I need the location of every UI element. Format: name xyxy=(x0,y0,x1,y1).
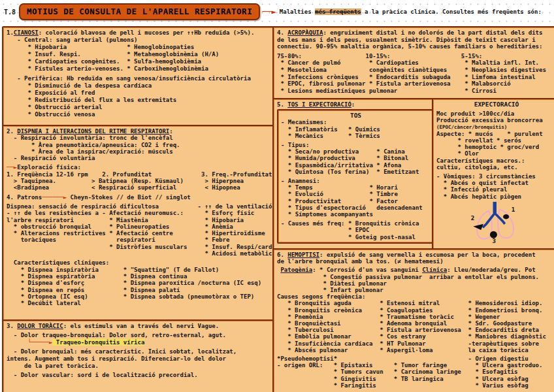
section-heading: 4. ACROPÀQUIA: engruiximent distal i no … xyxy=(277,29,554,37)
text-line: connectiu. 90-95% malaltia orgànica, 5-1… xyxy=(277,43,554,50)
lung-outline-right xyxy=(498,210,513,238)
section-subtitle: : xyxy=(169,128,172,135)
section-subtitle: : expulsió de sang vermella i escumosa p… xyxy=(319,252,536,258)
exploracio-label: Exploració física: xyxy=(17,164,81,171)
diagram-label-2: 2 xyxy=(471,215,475,221)
text-line: * Bronquitis aguda * Estenosi mitral * H… xyxy=(277,300,554,306)
lesion-arrow-2 xyxy=(473,224,483,230)
traqueo-arrow-line: └─────► Traqueo-bronquitis vírica xyxy=(7,339,274,346)
header-tagline: Malalties més freqüents a la pràcica clí… xyxy=(280,8,542,15)
text-line: * Embòlia pulmonar * Cos estrany * Manio… xyxy=(277,333,554,340)
text-line: * Broqnuièctasi * Adenoma bronquial * Sd… xyxy=(277,320,554,327)
arrow-right-icon: ──────► xyxy=(42,194,67,201)
arrow-right-icon: ──► xyxy=(262,7,276,16)
patogenia-label: Patogènia xyxy=(280,267,312,273)
text-line: * Bronquitis creònica * Coagulopaties * … xyxy=(277,307,554,314)
clinica-text: : Lleu/moderada/greu. Pot xyxy=(447,267,535,273)
lesion-dot-1 xyxy=(503,214,509,219)
text-line: Moc produït >100cc/dia xyxy=(436,110,554,117)
text-line: Dispnea: sensació de respiració dificult… xyxy=(7,203,274,210)
section-subtitle: : engruiximent distal i no dolorós de la… xyxy=(323,29,542,36)
section-subtitle: : coloració blavosa de pell i mucoses pe… xyxy=(39,29,255,36)
text-line: Característiques clíniques: xyxy=(7,259,274,266)
text-line: * Símptomes acompanyants xyxy=(281,211,431,218)
section-title: CIANOSI xyxy=(14,29,39,36)
text-line: - Vòmiques: 3 circumstàncies xyxy=(436,173,554,180)
text-line: * Abcés hepàtic piògen xyxy=(436,193,554,200)
cianosi-box: 1.CIANOSI: coloració blavosa de pell i m… xyxy=(2,26,278,129)
text-line: * Redistribució del flux a les extremita… xyxy=(7,97,274,104)
text-line: * Temps * Horari xyxy=(281,184,431,191)
text-line: 75-80%: 10-15%: 5-15%: xyxy=(277,53,554,60)
section-title: TOS I EXPECTORACIÓ xyxy=(287,101,351,108)
text-line: * Mecànics * Tèrmics xyxy=(281,133,431,139)
diagram-label-1: 1 xyxy=(512,206,515,213)
tagline-text: a la pràcica clínica. Consultes més freq… xyxy=(361,8,542,15)
text-line: <Bradipnea < Respiració superficial < Hi… xyxy=(7,184,274,191)
patrons-label: 4. Patrons xyxy=(7,194,42,201)
section-number: 5. xyxy=(277,101,287,108)
bronchus-right xyxy=(495,213,505,223)
hemoptisi-box: 6. HEMOPTISI: expulsió de sang vermella … xyxy=(272,248,554,392)
tagline-text: Malalties xyxy=(280,8,315,15)
dolor-toracic-box: 3. DOLOR TORÀCIC: els estímuls van a tra… xyxy=(2,319,278,392)
page-title: MOTIUS DE CONSULTA DE L'APARELL RESPIRAT… xyxy=(19,3,260,20)
lungs-drawing: 1 2 3 xyxy=(463,201,530,243)
text-line: - Causes més freq: * Bronquitis crònica xyxy=(281,220,431,227)
text-line: * Exposició al fred xyxy=(7,90,274,97)
text-line: * Tuberculosi * Fístula arteriovenosa * … xyxy=(277,327,554,333)
text-line: * Àrea pneumotàxica/apneusica: CO2 i fre… xyxy=(7,142,274,148)
bronchus-left xyxy=(483,213,495,227)
patrons-value: Cheyn-Stokes // de Biot // singlot xyxy=(67,194,191,201)
text-line: * Seca/no productiva * Canina xyxy=(281,148,431,155)
text-line: - Mecanismes: xyxy=(281,119,431,125)
text-line: * Congestió passiva pulmonar arribar a e… xyxy=(277,274,554,280)
section-heading: 3. DOLOR TORÀCIC: els estímuls van a tra… xyxy=(7,323,274,330)
text-line-small: (EPOC/càncer/bronquitis) xyxy=(436,124,554,131)
text-line: - Dolor vascular: sord i de localització… xyxy=(7,372,274,379)
tos-inner-box: TOS - Mecanismes: * Inflamatòris * Quími… xyxy=(277,109,434,244)
text-line: * Distròfies musculars * Insuf. Respi/ca… xyxy=(7,244,274,250)
section-heading: 2. DISPNEA I ALTERACIONS DEL RITME RESPI… xyxy=(7,128,274,135)
text-line: * Gingivitis * TB laríngica * Ulcera esò… xyxy=(277,376,554,382)
text-line: l'arbre respiratori * Miastènia * Hipoba… xyxy=(7,217,274,223)
inner-title: TOS xyxy=(281,112,431,119)
text-line: > Taquipnea. > Batipnea (Resp. Küsmaul) … xyxy=(7,178,274,184)
text-line: * Quintosa (Tos ferina) * Emetitzant xyxy=(281,169,431,175)
section-title: HEMOPTISI xyxy=(287,252,319,258)
text-line: * Pnemònia * Traumatisme toràcic * Wegen… xyxy=(277,314,554,320)
text-line: de l'arbre bronquial amb la tos. (≠ hema… xyxy=(277,258,554,265)
text-line: * Acidosi metabòlica xyxy=(7,250,274,257)
diagram-label-3: 3 xyxy=(493,238,497,243)
text-line: - Respiració involuntària: tronc de l'en… xyxy=(7,135,274,141)
text-line: * Lesions mediastíniques pulmonar * Cirr… xyxy=(277,88,554,95)
text-line: * EPOC xyxy=(281,227,431,233)
text-line: * Olor xyxy=(436,150,554,157)
text-line: * Infart pulmonar xyxy=(277,287,554,293)
text-line: * Tumors cavun * Carcinoma laringe * Eso… xyxy=(277,368,554,375)
section-title: EXPECTORACIÓ xyxy=(436,101,554,108)
expectoracio-box: EXPECTORACIÓ Moc produït >100cc/dia Prod… xyxy=(432,98,554,253)
text-line: * Inflamatòris * Químics xyxy=(281,126,431,133)
text-line: * Abscés pulmonar * Aspergil·loma la cai… xyxy=(277,347,554,353)
text-line: * Abcés o quist infectat xyxy=(436,180,554,186)
text-line: *Pseudohemoptisi* - Origen digestiu xyxy=(277,355,554,362)
lesion-dot-3 xyxy=(490,231,497,238)
section-title: ACROPÀQUIA xyxy=(287,29,323,36)
notes-page: T.8 MOTIUS DE CONSULTA DE L'APARELL RESP… xyxy=(0,0,554,392)
text-line: - Dolor traqueo-bronquial: Dolor sord, r… xyxy=(7,332,274,339)
text-line: intens. Augment amb tos i respiració. Di… xyxy=(7,355,274,363)
text-line: * Disminució de la despesa cardíaca xyxy=(7,82,274,90)
patogenia-text: : * Corrosió d'un vas sanguini xyxy=(312,267,422,273)
text-line: Característiques macros.: xyxy=(436,157,554,164)
text-line: * Mesotelioma congènites cianòtiques * N… xyxy=(277,67,554,74)
lungs-diagram: 1 2 3 xyxy=(436,201,554,244)
section-subtitle: : els estímuls van a través del nervi Va… xyxy=(63,323,219,329)
text-line: * Fístules arterio-venoses. * Carboxihem… xyxy=(7,65,274,73)
tos-box: 5. TOS I EXPECTORACIÓ: TOS - Mecanismes:… xyxy=(272,98,439,253)
text-line: * Dispnea d'esforç * Dispnea paroxítica … xyxy=(7,280,274,286)
text-line: * Evolució * Timbre xyxy=(281,191,431,197)
text-line: * Dispnea en repós * Dispnea palatí xyxy=(7,287,274,293)
text-line: - Central: sang arterial (pulmons) xyxy=(7,37,274,44)
text-line: * rovellat * serós xyxy=(436,137,554,144)
